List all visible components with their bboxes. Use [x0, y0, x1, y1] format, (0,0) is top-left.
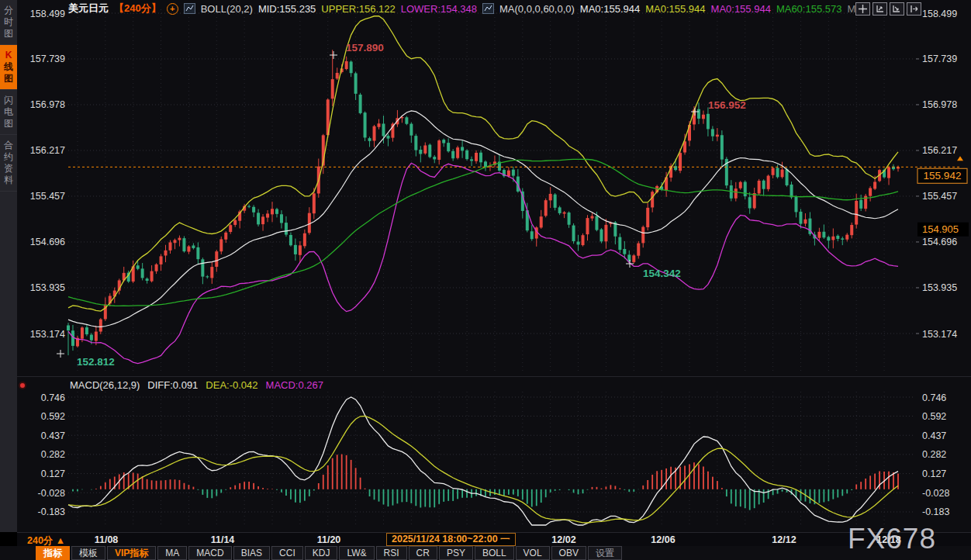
date-tick-11-08: 11/08 [89, 534, 123, 545]
ma0-value-3: MA0:155.944 [711, 3, 771, 15]
chart-app-window: 155.942158.499158.499157.739157.739156.9… [0, 0, 971, 560]
macd-dea-value: DEA:-0.042 [206, 379, 257, 391]
svg-text:156.978: 156.978 [922, 99, 957, 110]
toolbar-item-CR[interactable]: CR [409, 546, 437, 560]
toolbar-item-KDJ[interactable]: KDJ [305, 546, 338, 560]
svg-text:153.935: 153.935 [922, 282, 957, 293]
toolbar-item-BOLL[interactable]: BOLL [475, 546, 514, 560]
svg-text:158.499: 158.499 [922, 9, 957, 19]
time-axis: 240分 ▲ 2025/11/24 18:00~22:00 一 11/0811/… [17, 532, 971, 547]
toolbar-item-cn15[interactable]: 设置 [588, 546, 622, 560]
boll-label: BOLL(20,2) [201, 3, 253, 15]
svg-text:158.499: 158.499 [30, 9, 65, 19]
svg-text:153.935: 153.935 [30, 282, 65, 293]
boll-lower-value: LOWER:154.348 [401, 3, 477, 15]
svg-text:0.127: 0.127 [922, 468, 946, 479]
toolbar-item-PSY[interactable]: PSY [439, 546, 473, 560]
ma-chart-icon[interactable] [482, 3, 494, 14]
toolbar-item-OBV[interactable]: OBV [551, 546, 586, 560]
date-tick-11-20: 11/20 [312, 534, 346, 545]
svg-text:0.592: 0.592 [922, 411, 946, 422]
toolbar-item-RSI[interactable]: RSI [376, 546, 407, 560]
macd-diff-value: DIFF:0.091 [147, 379, 198, 391]
svg-text:153.174: 153.174 [922, 329, 957, 340]
ma0-value-2: MA0:155.944 [645, 3, 705, 15]
svg-text:0.127: 0.127 [41, 468, 65, 479]
date-tick-12-12: 12/12 [767, 534, 801, 545]
add-indicator-icon[interactable]: + [167, 3, 178, 15]
svg-text:-0.183: -0.183 [922, 506, 949, 517]
toolbar-item-BIAS[interactable]: BIAS [233, 546, 270, 560]
ma-params-label: MA(0,0,0,60,0,0) [499, 3, 575, 15]
svg-text:154.696: 154.696 [922, 237, 957, 247]
sidebar-item-contract-info[interactable]: 合约资料 [0, 135, 17, 192]
svg-text:0.437: 0.437 [922, 430, 946, 441]
period-badge[interactable]: 【240分】 [114, 2, 161, 16]
macd-params-label: MACD(26,12,9) [70, 379, 140, 391]
right-axis-pane-icon[interactable] [890, 2, 904, 16]
svg-text:155.457: 155.457 [922, 191, 957, 202]
svg-text:-0.028: -0.028 [922, 488, 949, 499]
svg-text:157.890: 157.890 [346, 42, 384, 54]
sidebar-chart-modes: 分时图 K线图 闪电图 合约资料 [0, 0, 17, 532]
svg-text:154.696: 154.696 [30, 237, 65, 247]
svg-text:157.739: 157.739 [922, 54, 957, 64]
svg-text:155.457: 155.457 [30, 191, 65, 202]
svg-text:154.342: 154.342 [643, 268, 681, 279]
macd-macd-value: MACD:0.267 [266, 379, 323, 391]
symbol-title: 美元日元 [68, 2, 109, 16]
expand-right-icon[interactable] [907, 2, 921, 16]
svg-text:155.942: 155.942 [924, 170, 962, 181]
date-tick-12-02: 12/02 [547, 534, 581, 545]
chart-toolbar-icons [855, 2, 921, 16]
svg-text:0.282: 0.282 [41, 449, 65, 460]
toolbar-item-CCI[interactable]: CCI [271, 546, 303, 560]
svg-text:156.952: 156.952 [708, 99, 746, 111]
crosshair-move-icon[interactable] [855, 2, 870, 16]
svg-text:156.978: 156.978 [30, 99, 65, 110]
svg-text:152.812: 152.812 [77, 356, 115, 368]
kline-chart-canvas[interactable]: 155.942158.499158.499157.739157.739156.9… [0, 0, 971, 532]
svg-text:-0.028: -0.028 [38, 488, 65, 499]
toolbar-item-MA[interactable]: MA [157, 546, 187, 560]
boll-mid-value: MID:155.235 [258, 3, 316, 15]
svg-text:0.282: 0.282 [922, 449, 946, 460]
sidebar-item-time-chart[interactable]: 分时图 [0, 0, 17, 45]
toolbar-item-MACD[interactable]: MACD [188, 546, 231, 560]
toolbar-item-cn0[interactable]: 指标 [36, 546, 70, 560]
indicator-toolbar: 指标模板VIP指标MAMACDBIASCCIKDJLW&RSICRPSYBOLL… [0, 546, 971, 560]
sidebar-item-lightning-chart[interactable]: 闪电图 [0, 90, 17, 135]
indicator-legend: 美元日元 【240分】 + BOLL(20,2) MID:155.235 UPP… [68, 2, 871, 15]
svg-text:153.174: 153.174 [30, 329, 65, 340]
svg-text:-0.183: -0.183 [38, 506, 65, 517]
date-tick-11-14: 11/14 [206, 534, 240, 545]
macd-legend: MACD(26,12,9) DIFF:0.091 DEA:-0.042 MACD… [70, 379, 323, 391]
svg-text:157.739: 157.739 [30, 54, 65, 64]
macd-target-icon[interactable] [18, 381, 28, 391]
date-tick-12-06: 12/06 [646, 534, 680, 545]
hover-time-tooltip: 2025/11/24 18:00~22:00 一 [386, 533, 516, 546]
svg-text:0.437: 0.437 [41, 430, 65, 441]
svg-text:0.746: 0.746 [41, 392, 65, 403]
toolbar-item-VIP[interactable]: VIP指标 [107, 546, 156, 560]
svg-text:156.217: 156.217 [30, 145, 65, 156]
left-axis-pane-icon[interactable] [873, 2, 887, 16]
svg-text:154.905: 154.905 [922, 223, 959, 235]
sidebar-item-kline-chart[interactable]: K线图 [0, 45, 17, 90]
svg-text:156.217: 156.217 [922, 145, 957, 156]
toolbar-item-LW[interactable]: LW& [339, 546, 374, 560]
toolbar-item-cn1[interactable]: 模板 [71, 546, 105, 560]
svg-text:0.746: 0.746 [922, 392, 946, 403]
ma60-value: MA60:155.573 [776, 3, 842, 15]
boll-upper-value: UPPER:156.122 [321, 3, 395, 15]
ma0-value-1: MA0:155.944 [580, 3, 640, 15]
svg-text:0.592: 0.592 [41, 411, 65, 422]
boll-chart-icon[interactable] [184, 3, 195, 14]
toolbar-item-VOL[interactable]: VOL [516, 546, 550, 560]
date-tick-12-18: 12/18 [872, 534, 906, 545]
